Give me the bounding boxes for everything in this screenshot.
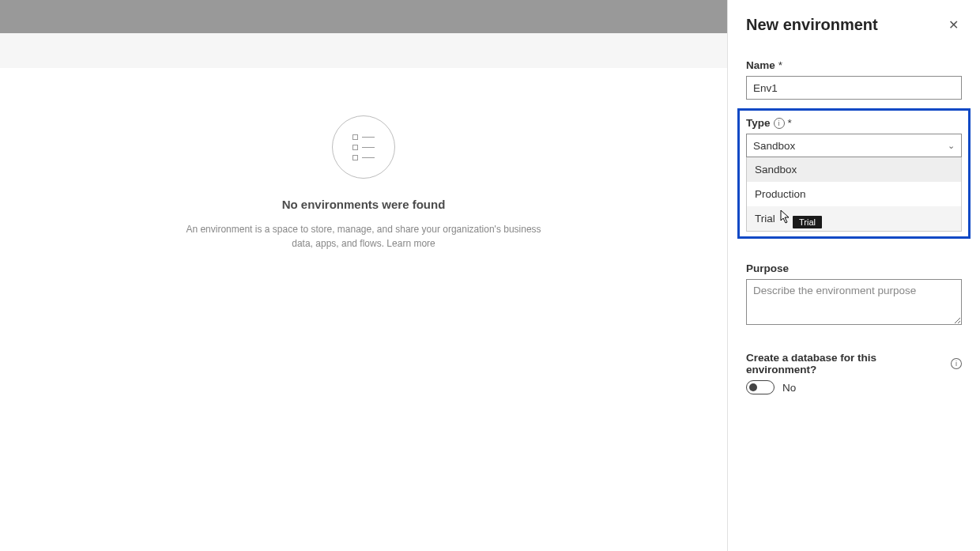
required-marker: * xyxy=(788,117,792,129)
type-option-trial-label: Trial xyxy=(755,213,775,225)
app-top-bar xyxy=(0,0,727,33)
app-command-bar xyxy=(0,33,727,68)
info-icon[interactable]: i xyxy=(951,358,962,369)
purpose-field-label: Purpose xyxy=(746,262,962,274)
type-label-text: Type xyxy=(746,117,771,129)
close-icon[interactable]: ✕ xyxy=(945,14,962,36)
panel-title: New environment xyxy=(746,16,878,34)
empty-state-title: No environments were found xyxy=(282,198,446,211)
chevron-down-icon: ⌄ xyxy=(948,141,955,151)
panel-header: New environment ✕ xyxy=(746,14,962,36)
create-db-toggle[interactable] xyxy=(746,380,775,394)
empty-state-icon xyxy=(332,115,395,179)
toggle-knob xyxy=(749,383,757,391)
main-content: No environments were found An environmen… xyxy=(0,68,727,551)
empty-state-description: An environment is a space to store, mana… xyxy=(182,222,545,251)
info-icon[interactable]: i xyxy=(774,118,785,129)
type-option-tooltip: Trial xyxy=(793,216,822,228)
type-field-label: Type i * xyxy=(746,117,962,129)
create-db-label-text: Create a database for this environment? xyxy=(746,352,948,376)
name-label-text: Name xyxy=(746,59,775,71)
type-option-production[interactable]: Production xyxy=(747,182,961,206)
name-field-label: Name * xyxy=(746,59,962,71)
type-option-trial[interactable]: Trial Trial xyxy=(747,206,961,231)
type-field-highlight: Type i * Sandbox ⌄ Sandbox Production Tr… xyxy=(737,108,971,239)
name-input[interactable] xyxy=(746,76,962,100)
learn-more-link[interactable]: Learn more xyxy=(386,238,435,249)
type-select[interactable]: Sandbox ⌄ xyxy=(746,134,962,157)
type-selected-value: Sandbox xyxy=(753,140,795,152)
create-db-toggle-value: No xyxy=(782,382,796,394)
type-dropdown-list: Sandbox Production Trial Trial xyxy=(746,157,962,232)
empty-state-description-text: An environment is a space to store, mana… xyxy=(186,224,541,249)
cursor-icon xyxy=(780,209,791,226)
required-marker: * xyxy=(778,59,782,71)
new-environment-panel: New environment ✕ Name * Type i * Sandbo… xyxy=(727,0,980,551)
type-option-sandbox[interactable]: Sandbox xyxy=(747,157,961,182)
purpose-textarea[interactable] xyxy=(746,279,962,325)
create-db-label: Create a database for this environment? … xyxy=(746,352,962,376)
